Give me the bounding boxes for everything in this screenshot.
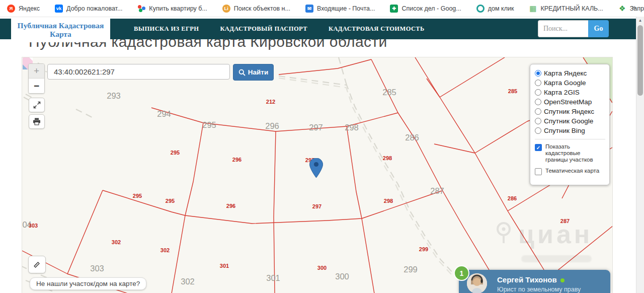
chat-unread-badge: 1 xyxy=(454,265,469,281)
quarter-number-label: 298 xyxy=(345,123,359,132)
domclick-icon xyxy=(476,5,485,13)
bookmarks-bar: ЯЯндексvkДобро пожаловат...Купить кварти… xyxy=(0,0,644,17)
parcel-number-label: 297 xyxy=(312,203,321,209)
basemap-radio-label: Спутник Google xyxy=(544,117,593,125)
checkbox-unchecked-icon[interactable] xyxy=(535,168,542,175)
bookmark-label: Поиск объектов н... xyxy=(234,5,290,12)
site-header: Публичная Кадастровая Карта ВЫПИСКА ИЗ Е… xyxy=(0,19,644,39)
radio-icon[interactable] xyxy=(535,89,541,96)
layer-panel: Карта ЯндексКарта GoogleКарта 2GISOpenSt… xyxy=(530,64,610,185)
basemap-radio-3[interactable]: OpenStreetMap xyxy=(535,97,605,107)
parcel-number-label: 302 xyxy=(112,239,121,245)
li-icon: Li xyxy=(222,5,230,13)
overlay-checkbox-1[interactable]: Тематическая карта xyxy=(535,168,605,175)
dots-icon xyxy=(137,5,145,13)
parcel-number-label: 287 xyxy=(560,218,570,224)
quarter-number-label: 297 xyxy=(309,123,323,132)
find-button[interactable]: Найти xyxy=(233,64,274,81)
quarter-number-label: 300 xyxy=(335,272,349,281)
avatar xyxy=(467,273,487,293)
yandex-icon: Я xyxy=(7,5,15,13)
parcel-number-label: 212 xyxy=(266,99,275,105)
quarter-number-label: 296 xyxy=(265,121,279,131)
expand-icon xyxy=(33,101,41,109)
measure-button[interactable] xyxy=(28,256,46,273)
mail-icon: ✉ xyxy=(305,5,313,13)
parcel-number-label: 298 xyxy=(383,155,392,161)
parcel-number-label: 295 xyxy=(166,198,175,204)
basemap-radio-4[interactable]: Спутник Яндекс xyxy=(535,107,605,116)
bookmarks-overflow-chevron[interactable]: » xyxy=(632,3,636,11)
map-pin-icon xyxy=(309,158,323,178)
cian-watermark-text: циан xyxy=(518,221,593,247)
map-hint-tooltip[interactable]: Не нашли участок/дом на карте? xyxy=(30,277,146,290)
basemap-radio-label: Карта 2GIS xyxy=(544,89,580,96)
bookmark-item-5[interactable]: ✚Список дел - Goog... xyxy=(390,5,461,13)
parcel-number-label: 298 xyxy=(384,198,393,204)
parcel-number-label: 299 xyxy=(419,246,428,252)
radio-selected-icon[interactable] xyxy=(535,70,541,77)
header-search-go-button[interactable]: Go xyxy=(588,20,609,37)
tasks-icon: ✚ xyxy=(390,5,398,13)
basemap-radio-0[interactable]: Карта Яндекс xyxy=(535,68,605,78)
nav-item-2[interactable]: КАДАСТРОВАЯ СТОИМОСТЬ xyxy=(329,25,425,33)
scrollbar-up-arrow[interactable]: ▲ xyxy=(636,17,644,24)
scrollbar-thumb[interactable] xyxy=(637,25,643,96)
bookmark-item-8[interactable]: ❖Запрос посредств... xyxy=(618,5,644,13)
radio-icon[interactable] xyxy=(535,108,541,115)
quarter-number-label: 301 xyxy=(266,273,280,283)
overlay-checkbox-label: Показать кадастровые границы участков xyxy=(545,143,602,163)
site-logo[interactable]: Публичная Кадастровая Карта xyxy=(11,18,110,42)
browser-scrollbar[interactable]: ▲ xyxy=(636,17,644,293)
basemap-radio-label: OpenStreetMap xyxy=(544,98,592,106)
bookmark-item-6[interactable]: дом клик xyxy=(476,5,514,13)
basemap-radio-2[interactable]: Карта 2GIS xyxy=(535,88,605,97)
parcel-number-label: 300 xyxy=(317,265,327,271)
find-button-label: Найти xyxy=(248,68,268,76)
bookmark-item-4[interactable]: ✉Входящие - Почта... xyxy=(305,5,375,13)
ruler-icon xyxy=(33,260,41,269)
bookmark-item-3[interactable]: LiПоиск объектов н... xyxy=(222,5,290,13)
zoom-out-button[interactable]: − xyxy=(29,79,44,93)
logo-line2: Карта xyxy=(11,30,110,38)
fullscreen-button[interactable] xyxy=(29,98,45,112)
overlay-checkbox-0[interactable]: ✓Показать кадастровые границы участков xyxy=(535,143,605,163)
pin-icon: ❖ xyxy=(618,5,626,13)
basemap-radio-5[interactable]: Спутник Google xyxy=(535,116,605,126)
consultant-avatar-icon xyxy=(467,273,487,293)
nav-item-0[interactable]: ВЫПИСКА ИЗ ЕГРН xyxy=(134,25,199,33)
radio-icon[interactable] xyxy=(535,127,541,134)
bookmark-item-7[interactable]: ▦КРЕДИТНЫЙ КАЛЬ... xyxy=(529,5,603,13)
bookmark-item-2[interactable]: Купить квартиру б... xyxy=(137,5,207,13)
bookmark-item-1[interactable]: vkДобро пожаловат... xyxy=(55,5,122,13)
bookmark-item-0[interactable]: ЯЯндекс xyxy=(7,5,40,13)
parcel-number-label: 302 xyxy=(160,247,170,253)
bookmark-label: дом клик xyxy=(488,5,514,12)
zoom-in-button[interactable]: + xyxy=(29,64,44,79)
quarter-number-label: 285 xyxy=(382,88,396,97)
nav-item-1[interactable]: КАДАСТРОВЫЙ ПАСПОРТ xyxy=(220,25,307,33)
watermark-smudge xyxy=(521,255,592,262)
basemap-radio-6[interactable]: Спутник Bing xyxy=(535,126,605,135)
bookmark-label: Купить квартиру б... xyxy=(149,5,207,12)
consultant-name: Сергей Тихонов xyxy=(497,275,565,284)
cadastral-number-input[interactable] xyxy=(47,64,230,80)
vk-icon: vk xyxy=(55,5,63,13)
checkbox-checked-icon[interactable]: ✓ xyxy=(535,144,542,151)
basemap-radio-1[interactable]: Карта Google xyxy=(535,78,605,88)
basemap-radio-label: Спутник Bing xyxy=(544,127,585,134)
radio-icon[interactable] xyxy=(535,80,541,86)
header-search-input[interactable] xyxy=(538,20,588,37)
parcel-number-label: 295 xyxy=(133,193,142,199)
quarter-number-label: 293 xyxy=(107,91,121,101)
panel-divider xyxy=(535,139,605,139)
basemap-radio-label: Карта Яндекс xyxy=(544,69,587,77)
overlay-checkbox-label: Тематическая карта xyxy=(545,168,599,174)
radio-icon[interactable] xyxy=(535,118,541,124)
map-search: Найти xyxy=(47,64,274,81)
radio-icon[interactable] xyxy=(535,99,541,105)
chat-widget[interactable]: 1 Сергей Тихонов Юрист по земельному пра… xyxy=(459,270,610,293)
cadastral-map[interactable]: циан 21228529529629729828728629529529629… xyxy=(22,57,613,293)
print-button[interactable] xyxy=(29,114,45,129)
quarter-number-label: 294 xyxy=(157,109,171,119)
